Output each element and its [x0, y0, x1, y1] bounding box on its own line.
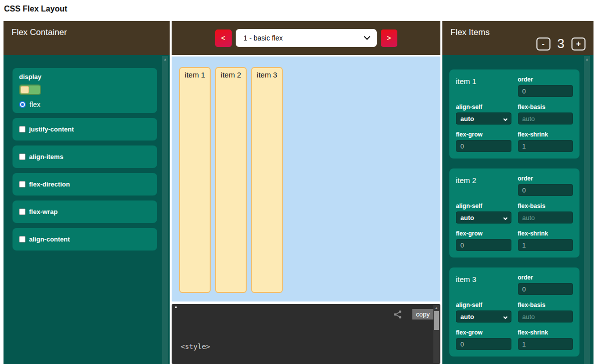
item-1-card: item 1 order align-self auto — [449, 70, 579, 158]
align-content-label: align-content — [29, 236, 70, 243]
flex-preview-item-3[interactable]: item 3 — [251, 67, 283, 293]
flex-container-panel-header: Flex Container — [4, 21, 170, 55]
copy-button[interactable]: copy — [412, 309, 433, 320]
flex-preview-item-2[interactable]: item 2 — [215, 67, 247, 293]
item-3-heading: item 3 — [456, 274, 511, 295]
align-self-label: align-self — [456, 202, 511, 210]
example-nav-header: < 1 - basic flex > — [172, 21, 440, 55]
code-scrollbar-thumb[interactable] — [434, 311, 439, 330]
code-scrollbar[interactable]: ▲ — [433, 305, 439, 363]
item-3-order-group: order — [518, 274, 573, 295]
left-panel-scrollbar[interactable]: ▲ — [162, 56, 168, 364]
display-label: display — [19, 73, 151, 80]
flex-container-panel-title: Flex Container — [12, 28, 67, 37]
display-card: display flex — [13, 68, 157, 113]
flex-radio[interactable] — [19, 101, 26, 108]
flex-basis-label: flex-basis — [518, 104, 573, 110]
preview-panel: < 1 - basic flex > item 1 item 2 item 3 — [172, 21, 440, 364]
flex-wrap-label: flex-wrap — [29, 208, 58, 216]
decrease-items-button[interactable]: - — [536, 38, 550, 50]
flex-shrink-label: flex-shrink — [518, 329, 573, 336]
item-1-align-self-group: align-self auto — [456, 104, 511, 124]
flex-basis-label: flex-basis — [518, 202, 573, 210]
property-card-align-items: align-items — [13, 146, 157, 168]
item-3-order-input[interactable] — [518, 283, 573, 295]
item-3-flex-basis-input[interactable] — [518, 310, 573, 322]
flex-items-panel-body: item 1 order align-self auto — [442, 55, 593, 364]
flex-wrap-checkbox[interactable] — [19, 208, 26, 215]
item-count-controls: - 3 + — [536, 36, 585, 52]
increase-items-button[interactable]: + — [571, 38, 585, 50]
item-2-align-self-select[interactable]: auto — [456, 212, 511, 224]
item-1-flex-grow-group: flex-grow — [456, 131, 511, 152]
item-2-order-group: order — [518, 175, 573, 196]
scroll-up-arrow-icon[interactable]: ▲ — [584, 57, 590, 62]
item-1-align-self-wrap: auto — [456, 114, 511, 122]
flex-preview-container: item 1 item 2 item 3 — [172, 56, 440, 302]
justify-content-checkbox[interactable] — [19, 126, 26, 132]
scroll-up-arrow-icon[interactable]: ▲ — [162, 57, 168, 62]
property-card-flex-wrap: flex-wrap — [13, 200, 157, 223]
code-line: <style> — [181, 342, 261, 352]
flex-shrink-label: flex-shrink — [518, 230, 573, 237]
item-2-order-input[interactable] — [518, 184, 573, 196]
property-card-align-content: align-content — [13, 228, 157, 250]
item-1-heading: item 1 — [456, 76, 511, 97]
order-label: order — [518, 274, 573, 281]
page-title: CSS Flex Layout — [4, 4, 67, 14]
item-3-flex-basis-group: flex-basis — [518, 302, 573, 322]
prev-example-button[interactable]: < — [215, 30, 232, 47]
item-2-flex-shrink-input[interactable] — [518, 239, 573, 251]
display-flex-radio-row: flex — [19, 100, 151, 108]
align-self-label: align-self — [456, 104, 511, 110]
item-3-flex-grow-input[interactable] — [456, 338, 511, 350]
item-3-flex-grow-group: flex-grow — [456, 329, 511, 350]
flex-preview-item-1[interactable]: item 1 — [179, 67, 211, 293]
item-1-flex-basis-input[interactable] — [518, 112, 573, 124]
property-card-justify-content: justify-content — [13, 118, 157, 140]
order-label: order — [518, 76, 573, 83]
align-items-checkbox[interactable] — [19, 154, 26, 160]
item-1-order-input[interactable] — [518, 85, 573, 97]
code-cursor-dot — [175, 306, 177, 308]
item-1-align-self-select[interactable]: auto — [456, 112, 511, 124]
flex-basis-label: flex-basis — [518, 302, 573, 308]
flex-direction-label: flex-direction — [29, 180, 70, 188]
flex-container-panel: Flex Container display flex justify-cont… — [4, 21, 170, 364]
item-2-flex-basis-input[interactable] — [518, 212, 573, 224]
property-card-flex-direction: flex-direction — [13, 173, 157, 196]
align-items-label: align-items — [29, 153, 64, 160]
code-content: <style> .flex-container { display: flex; — [181, 323, 261, 364]
item-2-align-self-wrap: auto — [456, 213, 511, 222]
share-icon[interactable] — [393, 310, 402, 319]
flex-grow-label: flex-grow — [456, 230, 511, 237]
item-2-flex-basis-group: flex-basis — [518, 202, 573, 224]
item-3-align-self-group: align-self auto — [456, 302, 511, 322]
scroll-up-arrow-icon[interactable]: ▲ — [433, 306, 439, 310]
example-select[interactable]: 1 - basic flex — [236, 29, 377, 47]
next-example-button[interactable]: > — [381, 30, 397, 47]
code-block: copy <style> .flex-container { display: … — [172, 304, 440, 364]
flex-grow-label: flex-grow — [456, 329, 511, 336]
right-panel-scrollbar[interactable]: ▲ — [584, 56, 590, 364]
item-2-flex-shrink-group: flex-shrink — [518, 230, 573, 251]
item-2-align-self-group: align-self auto — [456, 202, 511, 224]
item-1-flex-shrink-group: flex-shrink — [518, 131, 573, 152]
item-1-flex-grow-input[interactable] — [456, 140, 511, 152]
display-toggle[interactable] — [19, 84, 41, 95]
align-self-label: align-self — [456, 302, 511, 308]
item-1-order-group: order — [518, 76, 573, 97]
flex-direction-checkbox[interactable] — [19, 181, 26, 188]
item-2-card: item 2 order align-self auto — [449, 168, 579, 258]
item-3-flex-shrink-group: flex-shrink — [518, 329, 573, 350]
item-2-heading: item 2 — [456, 175, 511, 196]
flex-items-panel-header: Flex Items - 3 + — [442, 21, 593, 55]
item-1-flex-shrink-input[interactable] — [518, 140, 573, 152]
item-3-flex-shrink-input[interactable] — [518, 338, 573, 350]
order-label: order — [518, 175, 573, 182]
item-2-flex-grow-input[interactable] — [456, 239, 511, 251]
item-3-align-self-select[interactable]: auto — [456, 310, 511, 322]
item-3-align-self-wrap: auto — [456, 312, 511, 320]
flex-items-panel: Flex Items - 3 + item 1 order align-self — [442, 21, 593, 364]
align-content-checkbox[interactable] — [19, 236, 26, 242]
